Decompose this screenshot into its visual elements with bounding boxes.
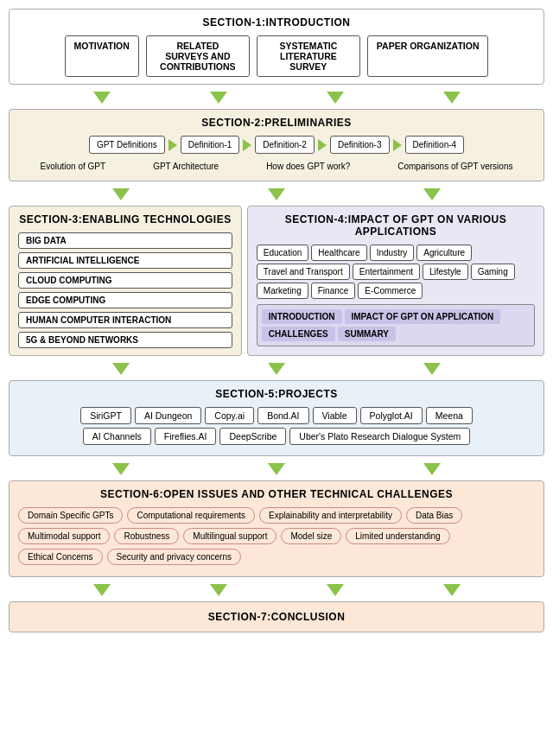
arrow-right-4 bbox=[393, 139, 402, 151]
tech-ai[interactable]: ARTIFICIAL INTELLIGENCE bbox=[18, 252, 232, 269]
section-2-block: SECTION-2:PRELIMINARIES GPT Definitions … bbox=[9, 109, 544, 181]
sec5-title: SECTION-5:PROJECTS bbox=[18, 388, 535, 400]
arrow-down-12 bbox=[268, 463, 285, 475]
impact-tags: INTRODUCTION IMPACT OF GPT ON APPLICATIO… bbox=[257, 304, 535, 346]
sec4-title: SECTION-4:IMPACT OF GPT ON VARIOUS APPLI… bbox=[257, 213, 535, 238]
issue-domain-gpts[interactable]: Domain Specific GPTs bbox=[18, 507, 123, 524]
section-1-block: SECTION-1:INTRODUCTION MOTIVATION RELATE… bbox=[9, 9, 544, 85]
issue-multimodal[interactable]: Multimodal support bbox=[18, 528, 110, 544]
tech-cloud[interactable]: CLOUD COMPUTING bbox=[18, 272, 232, 289]
arrow-right-2 bbox=[243, 139, 251, 151]
app-travel[interactable]: Travel and Transport bbox=[257, 264, 350, 280]
section-4-block: SECTION-4:IMPACT OF GPT ON VARIOUS APPLI… bbox=[247, 206, 544, 356]
sec1-title: SECTION-1:INTRODUCTION bbox=[18, 16, 535, 29]
issue-multilingual[interactable]: Multilingual support bbox=[183, 528, 276, 544]
sub-evolution: Evolution of GPT bbox=[35, 159, 111, 174]
sec3-title: SECTION-3:ENABLING TECHNOLOGIES bbox=[18, 213, 232, 226]
issue-model-size[interactable]: Model size bbox=[281, 528, 341, 544]
app-ecommerce[interactable]: E-Commerce bbox=[358, 283, 423, 299]
arrow-down-5 bbox=[112, 188, 130, 200]
def-1[interactable]: Definition-1 bbox=[181, 136, 240, 154]
app-agriculture[interactable]: Agriculture bbox=[416, 245, 472, 261]
issue-row-2: Multimodal support Robustness Multilingu… bbox=[18, 528, 535, 544]
sub-row: Evolution of GPT GPT Architecture How do… bbox=[18, 159, 535, 174]
arrow-down-16 bbox=[327, 584, 344, 596]
arrow-down-7 bbox=[423, 188, 441, 200]
app-gaming[interactable]: Gaming bbox=[471, 264, 515, 280]
sec7-title: SECTION-7:CONCLUSION bbox=[18, 611, 535, 623]
def-row: GPT Definitions Definition-1 Definition-… bbox=[18, 136, 535, 154]
proj-deepscribe[interactable]: DeepScribe bbox=[219, 428, 286, 445]
section-5-block: SECTION-5:PROJECTS SiriGPT AI Dungeon Co… bbox=[9, 380, 544, 456]
proj-bond-ai[interactable]: Bond.AI bbox=[257, 407, 308, 424]
section-7-block: SECTION-7:CONCLUSION bbox=[9, 601, 544, 632]
arrow-right-3 bbox=[318, 139, 327, 151]
tech-hci[interactable]: HUMAN COMPUTER INTERACTION bbox=[18, 312, 232, 328]
tech-list: BIG DATA ARTIFICIAL INTELLIGENCE CLOUD C… bbox=[18, 232, 232, 348]
impact-challenges[interactable]: CHALLENGES bbox=[262, 327, 335, 341]
issue-row-3: Ethical Concerns Security and privacy co… bbox=[18, 549, 535, 565]
def-3[interactable]: Definition-3 bbox=[330, 136, 390, 154]
sec1-item-literature[interactable]: SYSTEMATIC LITERATURE SURVEY bbox=[257, 35, 360, 77]
arrow-down-14 bbox=[93, 584, 111, 596]
impact-intro[interactable]: INTRODUCTION bbox=[262, 309, 342, 324]
proj-polyglot[interactable]: Polyglot.AI bbox=[360, 407, 423, 424]
arrow-down-6 bbox=[268, 188, 285, 200]
arrow-down-2 bbox=[210, 92, 227, 104]
app-education[interactable]: Education bbox=[257, 245, 308, 261]
tech-edge[interactable]: EDGE COMPUTING bbox=[18, 292, 232, 308]
issue-data-bias[interactable]: Data Bias bbox=[406, 507, 462, 524]
sec1-item-surveys[interactable]: RELATED SURVEYS AND CONTRIBUTIONS bbox=[146, 35, 250, 77]
sub-architecture: GPT Architecture bbox=[148, 159, 224, 174]
arrow-down-15 bbox=[210, 584, 227, 596]
proj-ai-channels[interactable]: AI Channels bbox=[83, 428, 151, 445]
def-2[interactable]: Definition-2 bbox=[255, 136, 315, 154]
sec34-row: SECTION-3:ENABLING TECHNOLOGIES BIG DATA… bbox=[9, 206, 544, 356]
proj-row-1: SiriGPT AI Dungeon Copy.ai Bond.AI Viabl… bbox=[18, 407, 535, 424]
issue-limited-understanding[interactable]: Limited understanding bbox=[346, 528, 449, 544]
issue-explainability[interactable]: Explainability and interpretability bbox=[259, 507, 402, 524]
section-3-block: SECTION-3:ENABLING TECHNOLOGIES BIG DATA… bbox=[9, 206, 242, 356]
app-healthcare[interactable]: Healthcare bbox=[311, 245, 366, 261]
app-lifestyle[interactable]: Lifestyle bbox=[423, 264, 468, 280]
tech-bigdata[interactable]: BIG DATA bbox=[18, 232, 232, 249]
sec1-items: MOTIVATION RELATED SURVEYS AND CONTRIBUT… bbox=[18, 35, 535, 77]
sub-comparisons: Comparisons of GPT versions bbox=[392, 159, 518, 174]
arrow-down-11 bbox=[112, 463, 130, 475]
issue-robustness[interactable]: Robustness bbox=[114, 528, 179, 544]
arrow-row-1 bbox=[9, 90, 544, 105]
proj-sirigpt[interactable]: SiriGPT bbox=[80, 407, 131, 424]
arrow-down-10 bbox=[423, 363, 441, 375]
proj-fireflies[interactable]: Fireflies.AI bbox=[155, 428, 217, 445]
proj-copy-ai[interactable]: Copy.ai bbox=[205, 407, 254, 424]
impact-summary[interactable]: SUMMARY bbox=[338, 327, 396, 341]
app-industry[interactable]: Industry bbox=[370, 245, 415, 261]
proj-uber-plato[interactable]: Uber's Plato Research Dialogue System bbox=[289, 428, 470, 445]
arrow-down-1 bbox=[93, 92, 111, 104]
app-marketing[interactable]: Marketing bbox=[257, 283, 308, 299]
app-entertainment[interactable]: Entertainment bbox=[353, 264, 420, 280]
def-4[interactable]: Definition-4 bbox=[405, 136, 465, 154]
sec1-item-organization[interactable]: PAPER ORGANIZATION bbox=[367, 35, 489, 77]
arrow-row-2 bbox=[9, 187, 544, 202]
issue-computational[interactable]: Computational requirements bbox=[127, 507, 255, 524]
arrow-row-3 bbox=[9, 361, 544, 377]
proj-meena[interactable]: Meena bbox=[426, 407, 473, 424]
proj-viable[interactable]: Viable bbox=[313, 407, 357, 424]
impact-gpt-app[interactable]: IMPACT OF GPT ON APPLICATION bbox=[345, 309, 501, 324]
arrow-row-5 bbox=[9, 582, 544, 598]
tech-5g[interactable]: 5G & BEYOND NETWORKS bbox=[18, 332, 232, 348]
sec1-item-motivation[interactable]: MOTIVATION bbox=[65, 35, 139, 77]
arrow-down-9 bbox=[268, 363, 285, 375]
page: SECTION-1:INTRODUCTION MOTIVATION RELATE… bbox=[0, 0, 553, 646]
proj-row-2: AI Channels Fireflies.AI DeepScribe Uber… bbox=[18, 428, 535, 445]
sec2-title: SECTION-2:PRELIMINARIES bbox=[18, 117, 535, 129]
section-6-block: SECTION-6:OPEN ISSUES AND OTHER TECHNICA… bbox=[9, 480, 544, 577]
issue-security[interactable]: Security and privacy concerns bbox=[107, 549, 241, 565]
arrow-row-4 bbox=[9, 461, 544, 477]
app-finance[interactable]: Finance bbox=[311, 283, 356, 299]
issue-ethical[interactable]: Ethical Concerns bbox=[18, 549, 103, 565]
proj-ai-dungeon[interactable]: AI Dungeon bbox=[135, 407, 201, 424]
arrow-right-1 bbox=[168, 139, 177, 151]
def-gpt[interactable]: GPT Definitions bbox=[89, 136, 165, 154]
